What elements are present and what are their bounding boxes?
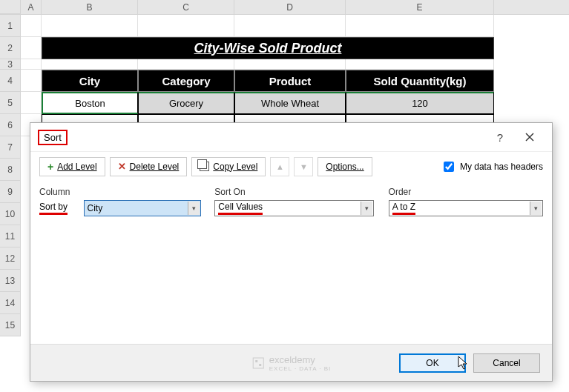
watermark: exceldemyEXCEL · DATA · BI — [251, 354, 332, 372]
chevron-down-icon: ▾ — [188, 202, 200, 215]
sheet-title[interactable]: City-Wise Sold Product — [42, 37, 494, 59]
move-up-button[interactable]: ▲ — [270, 157, 289, 176]
headers-checkbox[interactable]: My data has headers — [441, 159, 543, 174]
col-header-C[interactable]: C — [138, 0, 234, 14]
row-header[interactable]: 9 — [0, 181, 21, 203]
sort-dialog: Sort ? +Add Level ✕Delete Level Copy Lev… — [30, 122, 553, 382]
chevron-down-icon: ▾ — [530, 202, 542, 215]
row-header[interactable]: 12 — [0, 248, 21, 270]
row-header[interactable]: 13 — [0, 270, 21, 292]
close-icon — [525, 133, 534, 142]
dialog-toolbar: +Add Level ✕Delete Level Copy Level ▲ ▼ … — [30, 151, 552, 181]
cancel-button[interactable]: Cancel — [473, 353, 540, 373]
row-header[interactable]: 2 — [0, 37, 21, 59]
plus-icon: + — [47, 161, 53, 173]
svg-rect-3 — [255, 360, 257, 362]
dialog-footer: exceldemyEXCEL · DATA · BI OK Cancel — [30, 344, 552, 381]
dialog-titlebar[interactable]: Sort ? — [30, 123, 552, 151]
chevron-down-icon: ▾ — [361, 202, 372, 215]
row-header[interactable]: 5 — [0, 92, 21, 114]
logo-icon — [251, 356, 265, 370]
cell-city[interactable]: Boston — [42, 92, 138, 114]
chevron-up-icon: ▲ — [276, 162, 284, 171]
options-button[interactable]: Options... — [318, 157, 372, 176]
delete-level-button[interactable]: ✕Delete Level — [110, 157, 188, 176]
dialog-title: Sort — [38, 130, 68, 145]
headers-checkbox-label: My data has headers — [460, 162, 543, 172]
sorton-combo[interactable]: Cell Values▾ — [214, 200, 373, 216]
row-header[interactable]: 8 — [0, 159, 21, 181]
col-header-B[interactable]: B — [42, 0, 138, 14]
copy-level-button[interactable]: Copy Level — [191, 157, 266, 176]
row-header[interactable]: 7 — [0, 136, 21, 159]
header-product[interactable]: Product — [234, 70, 346, 92]
header-category[interactable]: Category — [138, 70, 234, 92]
add-level-button[interactable]: +Add Level — [39, 157, 105, 176]
x-icon: ✕ — [118, 161, 126, 172]
cursor-icon — [458, 356, 469, 371]
col-header-A[interactable]: A — [21, 0, 42, 14]
move-down-button[interactable]: ▼ — [294, 157, 313, 176]
column-header-label: Column — [39, 187, 214, 197]
row-header[interactable]: 11 — [0, 225, 21, 248]
ok-button[interactable]: OK — [399, 353, 466, 373]
col-header-D[interactable]: D — [234, 0, 346, 14]
sortby-column-combo[interactable]: City▾ — [84, 200, 202, 216]
col-header-E[interactable]: E — [346, 0, 494, 14]
row-header[interactable]: 6 — [0, 114, 21, 136]
cell-qty[interactable]: 120 — [346, 92, 494, 114]
svg-rect-2 — [253, 358, 263, 368]
help-button[interactable]: ? — [485, 126, 515, 148]
sort-level-row: Sort by City▾ Cell Values▾ A to Z▾ — [39, 200, 543, 216]
header-city[interactable]: City — [42, 70, 138, 92]
row-header[interactable]: 10 — [0, 203, 21, 225]
row-header[interactable]: 14 — [0, 292, 21, 314]
header-qty[interactable]: Sold Quantity(kg) — [346, 70, 494, 92]
row-header[interactable]: 3 — [0, 59, 21, 70]
copy-icon — [200, 162, 209, 171]
row-header[interactable]: 4 — [0, 70, 21, 92]
cell-product[interactable]: Whole Wheat — [234, 92, 346, 114]
row-header[interactable]: 1 — [0, 15, 21, 37]
chevron-down-icon: ▼ — [300, 162, 308, 171]
sorton-header-label: Sort On — [214, 187, 388, 197]
close-button[interactable] — [515, 126, 545, 148]
cell-category[interactable]: Grocery — [138, 92, 234, 114]
select-all-corner[interactable] — [0, 0, 21, 14]
order-header-label: Order — [389, 187, 543, 197]
row-header[interactable]: 15 — [0, 314, 21, 336]
svg-rect-4 — [259, 364, 261, 366]
headers-checkbox-input[interactable] — [444, 162, 454, 172]
order-combo[interactable]: A to Z▾ — [389, 200, 543, 216]
sortby-label: Sort by — [39, 202, 84, 215]
